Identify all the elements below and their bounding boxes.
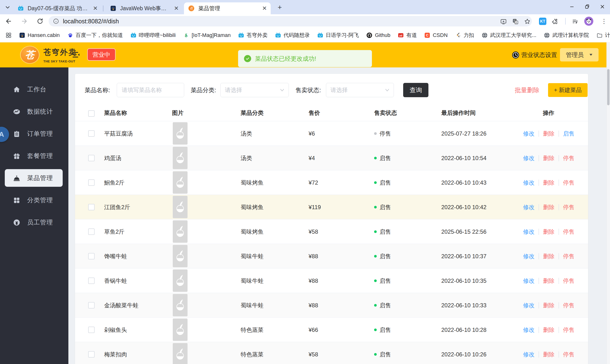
tab-close-icon[interactable]: ✕ — [259, 5, 267, 11]
reload-icon[interactable] — [35, 16, 45, 26]
bookmark-item[interactable]: Github — [366, 32, 390, 38]
row-checkbox[interactable] — [88, 204, 95, 210]
delete-link[interactable]: 删除 — [543, 154, 555, 162]
bookmark-item[interactable]: 力扣 — [455, 32, 474, 39]
row-checkbox[interactable] — [88, 351, 95, 358]
bookmark-item[interactable]: 苍穹外卖 — [238, 32, 268, 39]
browser-menu-icon[interactable]: ⋮ — [600, 17, 608, 26]
page-scrollbar[interactable] — [606, 42, 610, 364]
kt-extension-icon[interactable]: KT — [539, 18, 546, 25]
toggle-status-link[interactable]: 停售 — [563, 351, 574, 358]
row-checkbox[interactable] — [88, 179, 95, 186]
new-tab-button[interactable]: + — [276, 4, 284, 11]
dish-name-input[interactable] — [117, 83, 184, 97]
user-menu-button[interactable]: 管理员 — [560, 48, 598, 62]
business-setting[interactable]: 营业状态设置 — [512, 51, 557, 59]
edit-link[interactable]: 修改 — [523, 203, 534, 211]
select-all-checkbox[interactable] — [88, 110, 95, 117]
minimize-button[interactable] — [564, 0, 580, 13]
delete-link[interactable]: 删除 — [543, 203, 555, 211]
bookmark-item[interactable]: 百度一下，你就知道 — [67, 32, 123, 39]
toggle-status-link[interactable]: 停售 — [563, 228, 574, 236]
bookmark-item[interactable]: 武汉理工大学研究... — [481, 32, 536, 39]
browser-tab[interactable]: 苍菜品管理✕ — [184, 2, 271, 14]
sidebar-item-orders[interactable]: 订单管理 — [0, 123, 68, 145]
row-checkbox[interactable] — [88, 130, 95, 137]
sidebar-item-employee[interactable]: 员工管理 — [0, 211, 68, 234]
site-info-icon[interactable] — [53, 18, 59, 24]
bookmark-item[interactable]: yd有道 — [398, 32, 417, 39]
search-button[interactable]: 查询 — [403, 83, 428, 97]
delete-link[interactable]: 删除 — [543, 277, 555, 285]
row-checkbox[interactable] — [88, 155, 95, 161]
back-icon[interactable] — [4, 16, 13, 26]
tab-close-icon[interactable]: ✕ — [171, 5, 179, 11]
add-dish-button[interactable]: + 新建菜品 — [548, 83, 588, 97]
apps-grid-icon[interactable] — [5, 32, 12, 39]
forward-icon[interactable] — [20, 16, 29, 26]
delete-link[interactable]: 删除 — [543, 130, 555, 137]
sidebar-item-setmeal[interactable]: 套餐管理 — [0, 145, 68, 167]
edit-link[interactable]: 修改 — [523, 179, 534, 186]
toggle-status-link[interactable]: 停售 — [563, 203, 574, 211]
delete-link[interactable]: 删除 — [543, 351, 555, 358]
tab-close-icon[interactable]: ✕ — [90, 5, 98, 11]
edit-link[interactable]: 修改 — [523, 351, 534, 358]
close-button[interactable] — [595, 0, 610, 13]
address-bar[interactable]: localhost:8082/#/dish — [49, 16, 532, 26]
toggle-status-link[interactable]: 停售 — [563, 302, 574, 309]
sidebar-item-statistics[interactable]: 数据统计 — [0, 101, 68, 123]
row-checkbox[interactable] — [88, 277, 95, 284]
delete-link[interactable]: 删除 — [543, 179, 555, 186]
dish-category-select[interactable]: 请选择 — [221, 83, 289, 97]
bookmark-item[interactable]: 计算机 — [597, 32, 610, 39]
sidebar-item-workbench[interactable]: 工作台 — [0, 78, 68, 101]
bookmark-item[interactable]: 日语学习-阿飞 — [317, 32, 359, 39]
sidebar-item-category[interactable]: 分类管理 — [0, 189, 68, 211]
bookmark-item[interactable]: CCSDN — [424, 32, 447, 38]
bookmark-item[interactable]: δ[IoT-Mag]Raman — [183, 32, 231, 38]
batch-delete-link[interactable]: 批量删除 — [515, 83, 539, 97]
scrollbar-thumb[interactable] — [607, 69, 610, 105]
edit-link[interactable]: 修改 — [523, 302, 534, 309]
profile-avatar[interactable] — [584, 17, 593, 26]
toggle-status-link[interactable]: 停售 — [563, 154, 574, 162]
extensions-puzzle-icon[interactable] — [551, 17, 559, 26]
cast-icon[interactable] — [499, 17, 507, 26]
edit-link[interactable]: 修改 — [523, 154, 534, 162]
edit-link[interactable]: 修改 — [523, 130, 534, 137]
tab-search-chevron-icon[interactable] — [4, 4, 12, 11]
delete-link[interactable]: 删除 — [543, 252, 555, 260]
row-checkbox[interactable] — [88, 228, 95, 235]
sell-status-select[interactable]: 请选择 — [326, 83, 394, 97]
playlist-icon[interactable] — [571, 17, 579, 26]
translate-icon[interactable]: G文 — [511, 17, 519, 26]
url-text[interactable]: localhost:8082/#/dish — [63, 18, 119, 25]
delete-link[interactable]: 删除 — [543, 228, 555, 236]
edit-link[interactable]: 修改 — [523, 252, 534, 260]
toggle-status-link[interactable]: 停售 — [563, 277, 574, 285]
sidebar-collapse-icon[interactable] — [72, 51, 80, 58]
browser-tab[interactable]: JavaWeb Web事务管理&AOP✕ — [106, 2, 182, 14]
toggle-status-link[interactable]: 启售 — [563, 130, 574, 137]
delete-link[interactable]: 删除 — [543, 302, 555, 309]
edit-link[interactable]: 修改 — [523, 228, 534, 236]
row-checkbox[interactable] — [88, 302, 95, 309]
sidebar-item-dish[interactable]: 菜品管理 — [0, 167, 68, 189]
bookmark-item[interactable]: 代码随想录 — [275, 32, 310, 39]
row-checkbox[interactable] — [88, 253, 95, 260]
restore-button[interactable] — [580, 0, 595, 13]
bookmark-item[interactable]: 哔哩哔哩~bilibili — [130, 32, 176, 39]
bookmark-label: CSDN — [433, 32, 447, 38]
edit-link[interactable]: 修改 — [523, 326, 534, 334]
bookmark-item[interactable]: Hansen.cabin — [19, 32, 60, 38]
toggle-status-link[interactable]: 停售 — [563, 326, 574, 334]
delete-link[interactable]: 删除 — [543, 326, 555, 334]
row-checkbox[interactable] — [88, 327, 95, 333]
toggle-status-link[interactable]: 停售 — [563, 252, 574, 260]
edit-link[interactable]: 修改 — [523, 277, 534, 285]
toggle-status-link[interactable]: 停售 — [563, 179, 574, 186]
bookmark-star-icon[interactable] — [523, 17, 531, 26]
browser-tab[interactable]: Day07-05-缓存菜品 功能测试✕ — [13, 2, 102, 14]
bookmark-item[interactable]: 武理计算机学院 — [544, 32, 589, 39]
